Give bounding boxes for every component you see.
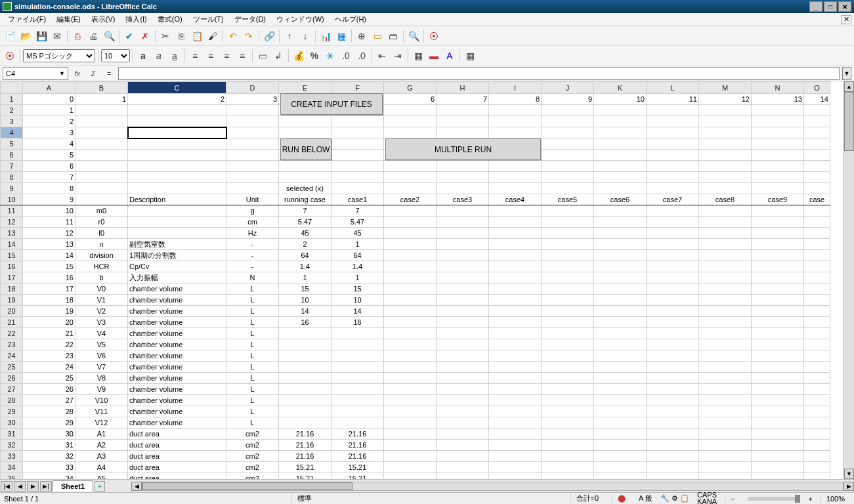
cell-A22[interactable]: 21 (23, 328, 75, 339)
cell-H34[interactable] (437, 462, 489, 473)
cell-I29[interactable] (489, 406, 542, 417)
cell-C19[interactable]: chamber volume (128, 295, 226, 306)
cell-C9[interactable] (128, 183, 226, 194)
cell-H31[interactable] (437, 429, 489, 440)
cell-F11[interactable]: 7 (331, 205, 384, 217)
cell-B35[interactable]: A5 (75, 473, 128, 480)
row-header-34[interactable]: 34 (1, 462, 23, 473)
cell-M2[interactable] (699, 105, 752, 116)
currency-icon[interactable]: 💰 (291, 49, 306, 63)
cell-B24[interactable]: V6 (75, 350, 128, 362)
cell-M13[interactable] (699, 228, 752, 239)
datasource-icon[interactable]: 🗃 (386, 29, 400, 43)
cell-A7[interactable]: 6 (23, 161, 75, 172)
cell-A3[interactable]: 2 (23, 116, 75, 127)
cell-E21[interactable]: 16 (279, 317, 331, 328)
cell-I32[interactable] (489, 440, 542, 451)
cell-O31[interactable] (804, 429, 830, 440)
cell-M9[interactable] (699, 183, 752, 194)
menu-insert[interactable]: 挿入(I) (120, 13, 152, 26)
cell-G35[interactable] (384, 473, 437, 480)
status-insert-mode[interactable]: ⬤ (612, 494, 631, 503)
column-header-M[interactable]: M (699, 82, 752, 94)
cell-I22[interactable] (489, 328, 542, 339)
cell-I3[interactable] (489, 116, 542, 127)
tab-prev-icon[interactable]: ◀ (14, 481, 26, 492)
cell-N31[interactable] (752, 429, 804, 440)
cell-B11[interactable]: m0 (75, 205, 128, 217)
open-icon[interactable]: 📂 (18, 29, 33, 43)
cell-H9[interactable] (437, 183, 489, 194)
cell-E25[interactable] (279, 362, 331, 373)
cell-C23[interactable]: chamber volume (128, 339, 226, 350)
autospell-icon[interactable]: ✗ (138, 29, 152, 43)
cell-M11[interactable] (699, 205, 752, 217)
cell-M33[interactable] (699, 451, 752, 462)
cell-C8[interactable] (128, 172, 226, 183)
menu-tools[interactable]: ツール(T) (188, 13, 229, 26)
cell-D15[interactable]: - (226, 250, 279, 261)
cell-K23[interactable] (594, 339, 647, 350)
menu-view[interactable]: 表示(V) (86, 13, 121, 26)
cell-B8[interactable] (75, 172, 128, 183)
cell-B19[interactable]: V1 (75, 295, 128, 306)
scroll-up-icon[interactable]: ▲ (844, 81, 854, 92)
cell-J29[interactable] (542, 406, 594, 417)
cell-L1[interactable]: 11 (647, 94, 699, 105)
cell-A33[interactable]: 32 (23, 451, 75, 462)
cell-K8[interactable] (594, 172, 647, 183)
cell-L5[interactable] (647, 138, 699, 150)
cell-B28[interactable]: V10 (75, 395, 128, 406)
cell-H1[interactable]: 7 (437, 94, 489, 105)
cell-L9[interactable] (647, 183, 699, 194)
cell-K34[interactable] (594, 462, 647, 473)
cell-G14[interactable] (384, 239, 437, 250)
cell-M14[interactable] (699, 239, 752, 250)
cell-C12[interactable] (128, 217, 226, 228)
spellcheck-icon[interactable]: ✔ (122, 29, 137, 43)
decimal-dec-icon[interactable]: .0 (354, 49, 369, 63)
cell-N20[interactable] (752, 306, 804, 317)
column-header-N[interactable]: N (752, 82, 804, 94)
row-header-1[interactable]: 1 (1, 94, 23, 105)
column-header-O[interactable]: O (804, 82, 830, 94)
zoom-value[interactable]: 100% (821, 495, 850, 503)
cell-O25[interactable] (804, 362, 830, 373)
cell-D22[interactable]: L (226, 328, 279, 339)
cell-F33[interactable]: 21.16 (331, 451, 384, 462)
row-header-3[interactable]: 3 (1, 116, 23, 127)
cell-I10[interactable]: case4 (489, 194, 542, 205)
cell-F5[interactable] (331, 138, 384, 150)
cell-L21[interactable] (647, 317, 699, 328)
cell-E19[interactable]: 10 (279, 295, 331, 306)
cell-E15[interactable]: 64 (279, 250, 331, 261)
cell-A25[interactable]: 24 (23, 362, 75, 373)
row-header-17[interactable]: 17 (1, 272, 23, 284)
zoom-out-icon[interactable]: − (725, 495, 740, 503)
cell-C21[interactable]: chamber volume (128, 317, 226, 328)
cell-B18[interactable]: V0 (75, 284, 128, 295)
cell-C31[interactable]: duct area (128, 429, 226, 440)
cell-E11[interactable]: 7 (279, 205, 331, 217)
cell-G25[interactable] (384, 362, 437, 373)
styles-icon[interactable]: ⦿ (3, 49, 17, 63)
cell-I31[interactable] (489, 429, 542, 440)
cell-G29[interactable] (384, 406, 437, 417)
cell-F16[interactable]: 1.4 (331, 261, 384, 272)
cell-M31[interactable] (699, 429, 752, 440)
cell-J4[interactable] (542, 127, 594, 138)
cell-N29[interactable] (752, 406, 804, 417)
cell-L16[interactable] (647, 261, 699, 272)
cell-O5[interactable] (804, 138, 830, 150)
cell-C5[interactable] (128, 138, 226, 150)
cell-H27[interactable] (437, 384, 489, 395)
cell-M26[interactable] (699, 373, 752, 384)
cell-L31[interactable] (647, 429, 699, 440)
cell-D10[interactable]: Unit (226, 194, 279, 205)
cell-C15[interactable]: 1周期の分割数 (128, 250, 226, 261)
cell-K32[interactable] (594, 440, 647, 451)
cell-A28[interactable]: 27 (23, 395, 75, 406)
spreadsheet-area[interactable]: ABCDEFGHIJKLMNO1012345678910111213142132… (0, 81, 854, 479)
cell-O6[interactable] (804, 150, 830, 161)
cell-D8[interactable] (226, 172, 279, 183)
